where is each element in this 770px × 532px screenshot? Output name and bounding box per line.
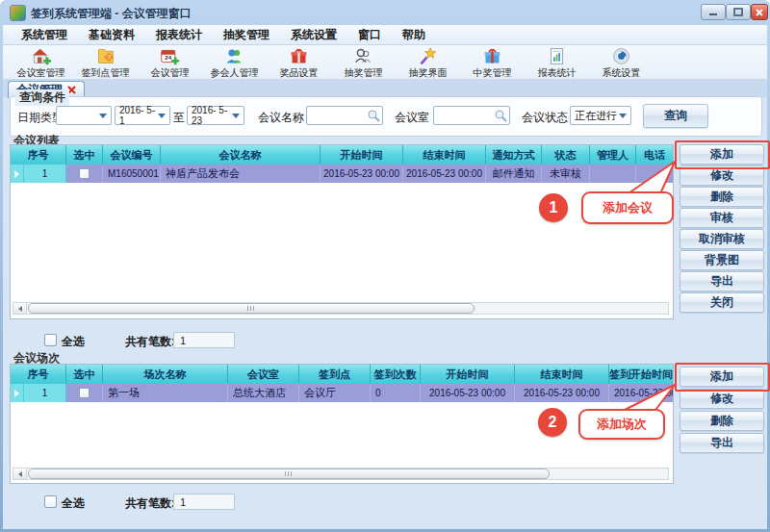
toolbar-label: 会议管理 xyxy=(138,66,202,80)
menu-lottery-manage[interactable]: 抽奖管理 xyxy=(213,25,280,45)
meeting-name-input[interactable] xyxy=(306,106,383,125)
meeting-status-select[interactable]: 正在进行 xyxy=(570,106,631,125)
col-end-time[interactable]: 结束时间 xyxy=(515,365,609,384)
query-legend: 查询条件 xyxy=(15,89,69,106)
menu-report-stats[interactable]: 报表统计 xyxy=(145,25,213,45)
session-delete-button[interactable]: 删除 xyxy=(680,411,764,431)
menu-window[interactable]: 窗口 xyxy=(347,25,392,45)
system-settings-icon xyxy=(611,46,631,66)
cell-selected[interactable] xyxy=(66,165,103,183)
meeting-list-panel: 序号 选中 会议编号 会议名称 开始时间 结束时间 通知方式 状态 管理人 电话… xyxy=(10,144,674,319)
meeting-count-value: 1 xyxy=(173,332,235,348)
col-checkin-point[interactable]: 签到点 xyxy=(299,365,371,384)
col-selected[interactable]: 选中 xyxy=(66,145,103,165)
row-checkbox[interactable] xyxy=(79,168,90,179)
meeting-audit-button[interactable]: 审核 xyxy=(680,208,764,228)
col-status[interactable]: 状态 xyxy=(542,145,590,165)
col-selected[interactable]: 选中 xyxy=(66,365,103,384)
prize-settings-icon xyxy=(289,46,309,66)
cell-manager xyxy=(590,165,636,183)
svg-text:?: ? xyxy=(107,54,111,61)
scrollbar-thumb[interactable] xyxy=(28,303,475,314)
col-seq[interactable]: 序号 xyxy=(11,365,66,384)
minimize-button[interactable] xyxy=(701,4,726,20)
col-phone[interactable]: 电话 xyxy=(636,145,673,165)
cell-selected[interactable] xyxy=(66,384,103,402)
row-checkbox[interactable] xyxy=(79,388,90,398)
checkin-point-icon: ? xyxy=(95,46,116,66)
sessions-table-hscrollbar[interactable] xyxy=(13,468,669,480)
search-icon xyxy=(367,109,380,122)
toolbar-meeting-manage[interactable]: 24 会议管理 xyxy=(138,46,202,80)
toolbar-label: 中奖管理 xyxy=(460,66,525,80)
cell-start-time: 2016-05-23 00:00 xyxy=(421,384,515,402)
maximize-button[interactable] xyxy=(726,4,751,20)
col-end-time[interactable]: 结束时间 xyxy=(403,145,486,165)
toolbar-attendee-manage[interactable]: 参会人管理 xyxy=(202,46,267,80)
cell-seq: 1 xyxy=(24,165,66,183)
toolbar-label: 参会人管理 xyxy=(202,66,267,80)
table-row[interactable]: 1 第一场 总统大酒店 会议厅 0 2016-05-23 00:00 2016-… xyxy=(11,384,673,402)
col-meeting-name[interactable]: 会议名称 xyxy=(161,145,321,165)
maximize-icon xyxy=(733,8,743,16)
col-start-time[interactable]: 开始时间 xyxy=(321,145,403,165)
toolbar-system-settings[interactable]: 系统设置 xyxy=(589,46,654,80)
cell-meeting-code: M16050001 xyxy=(103,165,161,183)
col-notify-method[interactable]: 通知方式 xyxy=(486,145,542,165)
col-checkin-count[interactable]: 签到次数 xyxy=(371,365,421,384)
toolbar-checkin-point[interactable]: ? 签到点管理 xyxy=(73,46,138,80)
row-arrow-icon xyxy=(14,170,19,178)
toolbar-report-stats[interactable]: 报表统计 xyxy=(525,46,589,80)
meeting-delete-button[interactable]: 删除 xyxy=(680,187,764,207)
table-row[interactable]: 1 M16050001 神盾产品发布会 2016-05-23 00:00 201… xyxy=(11,165,673,183)
meeting-room-input[interactable] xyxy=(433,106,510,125)
session-edit-button[interactable]: 修改 xyxy=(680,389,764,409)
meeting-table-hscrollbar[interactable] xyxy=(13,302,669,315)
close-button[interactable] xyxy=(751,4,768,20)
meeting-manage-icon: 24 xyxy=(160,46,180,66)
toolbar-prize-settings[interactable]: 奖品设置 xyxy=(267,46,331,80)
highlight-rect-add-meeting xyxy=(675,140,770,169)
scroll-left-icon[interactable] xyxy=(13,469,27,479)
date-from-value: 2016- 5- 1 xyxy=(119,105,158,126)
session-export-button[interactable]: 导出 xyxy=(680,433,764,453)
date-from-picker[interactable]: 2016- 5- 1 xyxy=(115,106,170,125)
scrollbar-thumb[interactable] xyxy=(28,469,550,479)
menu-system-settings[interactable]: 系统设置 xyxy=(280,25,347,45)
toolbar-label: 系统设置 xyxy=(589,66,654,80)
col-meeting-room[interactable]: 会议室 xyxy=(228,365,299,384)
row-indicator xyxy=(11,384,24,402)
meeting-close-button[interactable]: 关闭 xyxy=(680,292,764,313)
toolbar-lottery-manage[interactable]: 抽奖管理 xyxy=(331,46,396,80)
menu-help[interactable]: 帮助 xyxy=(392,25,436,45)
date-to-picker[interactable]: 2016- 5-23 xyxy=(187,106,244,125)
col-checkin-start-time[interactable]: 签到开始时间 xyxy=(609,365,673,384)
scroll-left-icon[interactable] xyxy=(13,303,27,314)
menu-bar: 系统管理 基础资料 报表统计 抽奖管理 系统设置 窗口 帮助 xyxy=(3,25,767,45)
col-manager[interactable]: 管理人 xyxy=(590,145,636,165)
annotation-step-2-badge: 2 xyxy=(538,408,567,437)
toolbar-lottery-ui[interactable]: 抽奖界面 xyxy=(396,46,460,80)
toolbar-meeting-room[interactable]: 会议室管理 xyxy=(9,46,73,80)
row-arrow-icon xyxy=(14,390,19,397)
menu-system-manage[interactable]: 系统管理 xyxy=(11,25,78,45)
date-type-select[interactable] xyxy=(56,106,112,125)
cell-meeting-room: 总统大酒店 xyxy=(228,384,299,402)
meeting-select-all-checkbox[interactable] xyxy=(44,334,57,346)
toolbar-winner-manage[interactable]: 中奖管理 xyxy=(460,46,525,80)
meeting-background-button[interactable]: 背景图 xyxy=(680,250,764,270)
sessions-select-all-checkbox[interactable] xyxy=(44,495,57,508)
col-start-time[interactable]: 开始时间 xyxy=(421,365,515,384)
col-meeting-code[interactable]: 会议编号 xyxy=(103,145,161,165)
meeting-export-button[interactable]: 导出 xyxy=(680,271,764,291)
meeting-cancel-audit-button[interactable]: 取消审核 xyxy=(680,229,764,249)
toolbar-label: 奖品设置 xyxy=(267,66,331,80)
search-button[interactable]: 查询 xyxy=(643,104,708,128)
app-icon xyxy=(10,5,26,21)
col-session-name[interactable]: 场次名称 xyxy=(103,365,228,384)
scrollbar-grip xyxy=(285,471,294,476)
menu-base-data[interactable]: 基础资料 xyxy=(78,25,145,45)
meeting-status-label: 会议状态 xyxy=(522,110,568,126)
chevron-down-icon xyxy=(158,114,166,118)
col-seq[interactable]: 序号 xyxy=(11,145,66,165)
